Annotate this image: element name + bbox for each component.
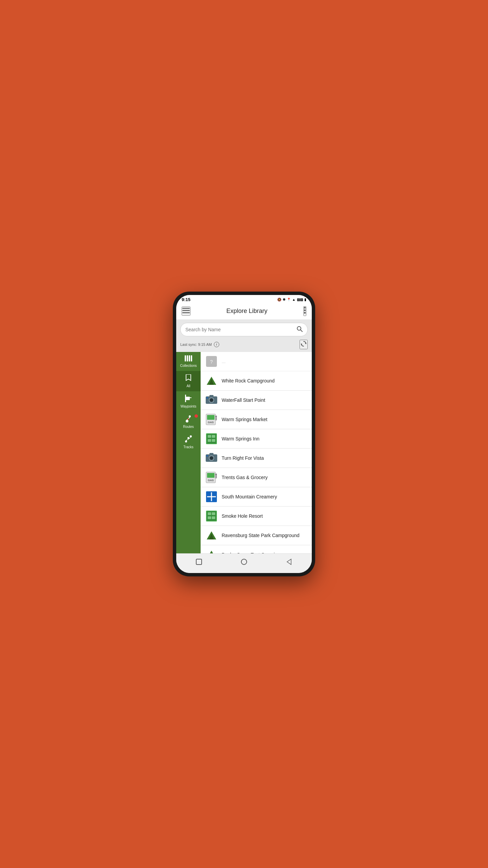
svg-rect-31 (209, 395, 214, 397)
search-box (180, 323, 308, 336)
sidebar-item-collections[interactable]: Collections (176, 352, 201, 371)
svg-text:GAS: GAS (208, 479, 214, 482)
sidebar-item-routes[interactable]: Routes (176, 412, 201, 432)
status-bar: 9:15 🔕 ❄ 📍 ▲ ▨▨ ▮ (176, 295, 312, 303)
list-item[interactable]: South Mountain Creamery (201, 487, 312, 507)
sidebar-item-collections-label: Collections (180, 364, 197, 368)
signal-bars-icon: ▨▨ (297, 298, 303, 301)
svg-point-4 (304, 310, 306, 311)
svg-rect-15 (189, 397, 191, 398)
camera-icon (205, 394, 218, 406)
svg-rect-59 (208, 512, 211, 515)
partial-item-icon: ? (205, 355, 218, 368)
svg-rect-40 (208, 435, 211, 438)
svg-rect-36 (215, 416, 217, 417)
bottom-nav (176, 553, 312, 573)
search-button[interactable] (297, 326, 303, 333)
back-button[interactable] (280, 557, 298, 568)
sidebar-item-all[interactable]: All (176, 371, 201, 391)
top-bar: Explore Library (176, 303, 312, 319)
svg-rect-16 (185, 395, 186, 402)
list-item[interactable]: GAS Warm Springs Market (201, 410, 312, 429)
svg-line-7 (301, 330, 303, 332)
status-icons: 🔕 ❄ 📍 ▲ ▨▨ ▮ (277, 298, 306, 301)
home-button[interactable] (235, 557, 253, 568)
all-icon (185, 374, 191, 383)
list-item[interactable]: WaterFall Start Point (201, 391, 312, 410)
svg-rect-34 (207, 415, 215, 420)
item-name-9: Ravensburg State Park Campground (222, 532, 307, 538)
sidebar-item-routes-label: Routes (183, 425, 194, 429)
svg-point-21 (185, 440, 187, 442)
svg-rect-43 (212, 439, 215, 442)
info-icon[interactable]: i (214, 342, 219, 347)
svg-point-17 (186, 420, 188, 422)
svg-point-46 (210, 457, 213, 459)
wifi-icon: ▲ (292, 298, 296, 301)
svg-rect-35 (215, 416, 217, 420)
partial-item-name: ... (222, 358, 307, 364)
svg-rect-50 (207, 473, 215, 478)
svg-rect-0 (182, 308, 190, 309)
recents-button[interactable] (190, 557, 208, 568)
svg-rect-32 (206, 397, 208, 398)
item-name-4: Warm Springs Inn (222, 436, 307, 442)
sidebar-item-waypoints[interactable]: Waypoints (176, 391, 201, 412)
svg-point-18 (189, 415, 191, 417)
list-item[interactable]: GAS Trents Gas & Grocery (201, 468, 312, 487)
search-input[interactable] (185, 327, 294, 332)
svg-rect-1 (182, 310, 190, 311)
svg-rect-42 (208, 439, 211, 442)
item-name-6: Trents Gas & Grocery (222, 474, 307, 480)
item-name-8: Smoke Hole Resort (222, 513, 307, 519)
list-item[interactable]: Ravensburg State Park Campground (201, 526, 312, 545)
svg-marker-74 (287, 559, 291, 565)
more-options-button[interactable] (303, 306, 306, 316)
tent2-icon (205, 529, 218, 541)
list-item[interactable]: Warm Springs Inn (201, 429, 312, 449)
main-content: Collections All (176, 352, 312, 553)
sidebar-item-waypoints-label: Waypoints (181, 405, 196, 408)
svg-rect-61 (208, 516, 211, 519)
gas-icon: GAS (205, 413, 218, 426)
item-name-3: Warm Springs Market (222, 416, 307, 422)
routes-icon (185, 415, 192, 423)
svg-point-23 (190, 435, 192, 437)
battery-icon: ▮ (304, 298, 306, 301)
svg-rect-60 (212, 512, 215, 515)
item-name-7: South Mountain Creamery (222, 494, 307, 500)
svg-rect-47 (209, 453, 214, 455)
sidebar-item-all-label: All (186, 384, 190, 388)
svg-rect-11 (187, 355, 188, 361)
sidebar-item-tracks-label: Tracks (183, 445, 194, 449)
food-icon (205, 491, 218, 503)
svg-text:?: ? (210, 359, 213, 364)
list-item[interactable]: Turn Right For Vista (201, 449, 312, 468)
sync-label: Last sync: 9:15 AM (180, 342, 212, 347)
list-item[interactable]: Poplar Grove Tent Camping (201, 545, 312, 553)
menu-button[interactable] (182, 307, 190, 316)
bluetooth-icon: ❄ (283, 298, 285, 301)
camera2-icon (205, 452, 218, 464)
partial-list-item[interactable]: ? ... (201, 352, 312, 371)
resort-icon (205, 510, 218, 522)
refresh-button[interactable] (300, 340, 308, 349)
status-time: 9:15 (182, 297, 190, 302)
svg-rect-51 (215, 474, 217, 478)
svg-point-5 (304, 312, 306, 314)
item-name-2: WaterFall Start Point (222, 397, 307, 403)
phone-device: 9:15 🔕 ❄ 📍 ▲ ▨▨ ▮ Explore Library (173, 292, 315, 576)
app-title: Explore Library (226, 308, 267, 315)
location-icon: 📍 (287, 298, 291, 301)
sidebar: Collections All (176, 352, 201, 553)
waypoints-icon (185, 395, 192, 403)
svg-rect-52 (215, 474, 217, 475)
search-area (176, 319, 312, 338)
svg-point-30 (210, 399, 213, 401)
svg-rect-12 (189, 355, 190, 361)
signal-icon: 🔕 (277, 298, 281, 301)
list-item[interactable]: Smoke Hole Resort (201, 507, 312, 526)
list-item[interactable]: White Rock Campground (201, 371, 312, 391)
sidebar-item-tracks[interactable]: Tracks (176, 432, 201, 452)
svg-rect-2 (182, 312, 190, 313)
